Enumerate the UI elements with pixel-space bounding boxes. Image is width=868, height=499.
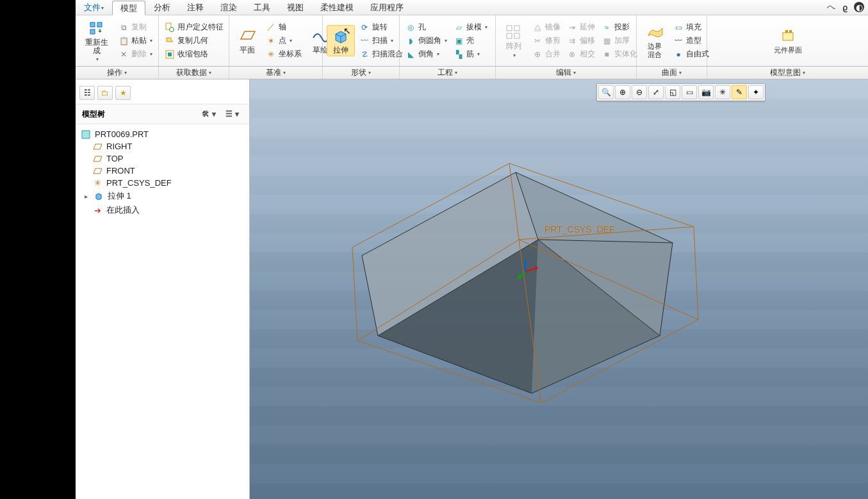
tree-node-extrude1[interactable]: ▸ 拉伸 1 bbox=[78, 189, 247, 203]
thicken-icon: ▦ bbox=[602, 36, 612, 46]
offset-button[interactable]: ⇉偏移 bbox=[565, 35, 597, 47]
grouplabel-operate[interactable]: 操作▾ bbox=[76, 67, 159, 79]
mirror-icon: ⧋ bbox=[532, 22, 543, 33]
grouplabel-edit[interactable]: 编辑▾ bbox=[496, 67, 637, 79]
annotation-display-button[interactable]: ✎ bbox=[732, 85, 747, 99]
tree-node-top[interactable]: TOP bbox=[78, 152, 247, 165]
csys-button[interactable]: ✳坐标系 bbox=[264, 48, 304, 60]
svg-rect-8 bbox=[514, 26, 520, 31]
refit-button[interactable]: ⤢ bbox=[648, 85, 664, 99]
zoom-out-button[interactable]: ⊖ bbox=[632, 85, 647, 99]
help-icon[interactable]: ϱ bbox=[840, 2, 850, 12]
svg-rect-10 bbox=[514, 33, 520, 38]
spin-center-button[interactable]: ✦ bbox=[748, 85, 764, 99]
rib-button[interactable]: ▚筋▾ bbox=[452, 48, 489, 60]
tree-display-icon[interactable]: ☰▾ bbox=[224, 108, 243, 120]
component-interface-button[interactable]: 元件界面 bbox=[711, 26, 864, 55]
pattern-icon bbox=[505, 23, 523, 41]
svg-rect-11 bbox=[783, 33, 793, 40]
solidify-button[interactable]: ■实体化 bbox=[600, 48, 639, 60]
pattern-button[interactable]: 阵列 ▾ bbox=[500, 22, 528, 59]
intersect-button[interactable]: ⊗相交 bbox=[565, 48, 597, 60]
extend-button[interactable]: ⇥延伸 bbox=[565, 21, 597, 33]
tree-root[interactable]: PRT0069.PRT bbox=[78, 128, 247, 140]
swept-blend-button[interactable]: ☡扫描混合 bbox=[357, 48, 405, 60]
menu-tab-analysis[interactable]: 分析 bbox=[145, 0, 179, 15]
perspective-button[interactable]: 📷 bbox=[698, 85, 714, 99]
round-button[interactable]: ◗倒圆角▾ bbox=[404, 35, 449, 47]
display-style-button[interactable]: ◱ bbox=[665, 85, 680, 99]
menu-file[interactable]: 文件▾ bbox=[76, 0, 112, 15]
copy-button[interactable]: ⧉复制 bbox=[117, 21, 154, 33]
collapse-ribbon-icon[interactable]: へ bbox=[826, 2, 836, 12]
tree-node-right[interactable]: RIGHT bbox=[78, 140, 247, 152]
folder-icon: 🗀 bbox=[101, 88, 109, 97]
project-button[interactable]: ≈投影 bbox=[600, 21, 639, 33]
draft-button[interactable]: ▱拔模▾ bbox=[452, 21, 489, 33]
grouplabel-intent[interactable]: 模型意图▾ bbox=[707, 67, 868, 79]
zoom-in-button[interactable]: ⊕ bbox=[615, 85, 630, 99]
globe-icon[interactable]: ◐ bbox=[854, 2, 864, 12]
saved-views-button[interactable]: ▭ bbox=[682, 85, 697, 99]
tree-tab-folder[interactable]: 🗀 bbox=[97, 86, 113, 100]
svg-rect-7 bbox=[507, 26, 512, 31]
zoom-fit-button[interactable]: 🔍 bbox=[598, 85, 614, 99]
freeform-button[interactable]: ●自由式 bbox=[671, 48, 711, 60]
menu-tab-model[interactable]: 模型 bbox=[112, 1, 145, 15]
mirror-button[interactable]: ⧋镜像 bbox=[530, 21, 562, 33]
expand-icon[interactable]: ▸ bbox=[82, 193, 90, 200]
grouplabel-getdata[interactable]: 获取数据▾ bbox=[159, 67, 229, 79]
menu-tab-view[interactable]: 视图 bbox=[279, 0, 312, 15]
tree-settings-icon[interactable]: 🛠▾ bbox=[200, 108, 220, 120]
tree-node-front[interactable]: FRONT bbox=[78, 165, 247, 177]
tree-tab-model[interactable]: ☷ bbox=[79, 86, 95, 100]
shell-button[interactable]: ▣壳 bbox=[452, 35, 489, 47]
camera-icon: 📷 bbox=[701, 88, 711, 97]
delete-button[interactable]: ✕删除▾ bbox=[117, 48, 154, 60]
grouplabel-datum[interactable]: 基准▾ bbox=[229, 67, 323, 79]
chamfer-button[interactable]: ◣倒角▾ bbox=[404, 48, 449, 60]
revolve-button[interactable]: ⟳旋转 bbox=[357, 21, 405, 33]
grouplabel-surfaces[interactable]: 曲面▾ bbox=[637, 67, 707, 79]
merge-button[interactable]: ⊕合并 bbox=[530, 48, 562, 60]
revolve-icon: ⟳ bbox=[359, 22, 370, 33]
3d-viewport[interactable]: PRT_CSYS_DEF 🔍 ⊕ ⊖ ⤢ ◱ ▭ 📷 ✳ ✎ ✦ bbox=[250, 79, 868, 499]
fill-button[interactable]: ▭填充 bbox=[671, 21, 711, 33]
grouplabel-engineering[interactable]: 工程▾ bbox=[400, 67, 496, 79]
shrinkwrap-button[interactable]: 收缩包络 bbox=[163, 48, 225, 60]
style-button[interactable]: 〰造型 bbox=[671, 35, 711, 47]
copy-geom-icon bbox=[165, 36, 175, 46]
boundary-blend-button[interactable]: 边界混合 bbox=[641, 22, 669, 59]
menu-tab-tools[interactable]: 工具 bbox=[245, 0, 279, 15]
merge-icon: ⊕ bbox=[532, 49, 543, 60]
extrude-button[interactable]: ↖ 拉伸 bbox=[327, 25, 355, 56]
csys-display-button[interactable]: ✳ bbox=[715, 85, 730, 99]
point-button[interactable]: ✶点▾ bbox=[264, 35, 304, 47]
grouplabel-shape[interactable]: 形状▾ bbox=[323, 67, 400, 79]
svg-rect-12 bbox=[785, 30, 788, 33]
tree-node-csys[interactable]: ✳ PRT_CSYS_DEF bbox=[78, 177, 247, 189]
trim-button[interactable]: ✂修剪 bbox=[530, 35, 562, 47]
menu-tab-apps[interactable]: 应用程序 bbox=[362, 0, 412, 15]
spin-icon: ✦ bbox=[753, 88, 759, 97]
hole-button[interactable]: ◎孔 bbox=[404, 21, 449, 33]
tree-title: 模型树 bbox=[82, 109, 105, 120]
tree-node-insert-here[interactable]: ➔ 在此插入 bbox=[78, 203, 247, 217]
paste-button[interactable]: 📋粘贴▾ bbox=[117, 35, 154, 47]
project-icon: ≈ bbox=[602, 22, 612, 33]
copy-geom-button[interactable]: 复制几何 bbox=[163, 35, 225, 47]
menu-tab-annotate[interactable]: 注释 bbox=[179, 0, 212, 15]
menu-tab-render[interactable]: 渲染 bbox=[212, 0, 245, 15]
udf-button[interactable]: 用户定义特征 bbox=[163, 21, 225, 33]
plane-button[interactable]: 平面 bbox=[233, 26, 261, 56]
axis-button[interactable]: ／轴 bbox=[264, 21, 304, 33]
tree-tab-favorites[interactable]: ★ bbox=[115, 86, 131, 100]
sweep-button[interactable]: 〰扫描▾ bbox=[357, 35, 405, 47]
svg-rect-2 bbox=[90, 29, 95, 34]
chevron-down-icon: ▾ bbox=[96, 56, 99, 62]
ribbon-group-shape: ↖ 拉伸 ⟳旋转 〰扫描▾ ☡扫描混合 bbox=[323, 15, 400, 66]
menu-tab-flex[interactable]: 柔性建模 bbox=[312, 0, 362, 15]
chevron-down-icon: ▾ bbox=[513, 53, 516, 58]
thicken-button[interactable]: ▦加厚 bbox=[600, 35, 639, 47]
regenerate-button[interactable]: 重新生成 ▾ bbox=[79, 18, 114, 63]
